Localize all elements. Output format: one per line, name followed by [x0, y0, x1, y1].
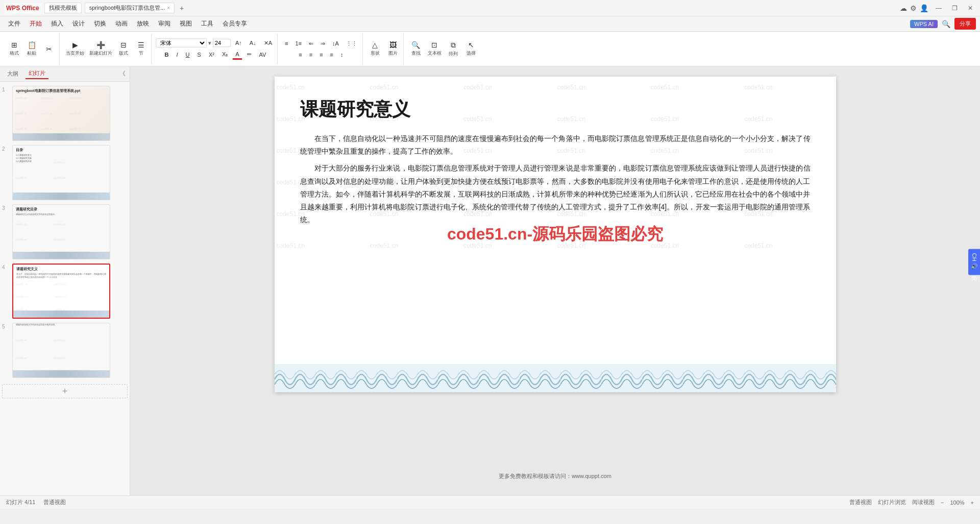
arrange-btn[interactable]: ⧉ 排列 [445, 40, 461, 58]
slide-thumb-3[interactable]: 课题研究目录 课题研究文义内容说明文字内容在这里显示。 code51.cn co… [12, 204, 110, 259]
slide-5-body: 课题内容段落文字内容在这里显示相关说明。 [16, 323, 107, 326]
search-icon[interactable]: 🔍 [942, 20, 950, 28]
line-spacing-btn[interactable]: ↕ [337, 50, 347, 59]
slide-canvas[interactable]: code51.cn code51.cn code51.cn code51.cn … [275, 77, 836, 392]
columns-btn[interactable]: ⋮⋮ [343, 39, 360, 49]
align-center-btn[interactable]: ≡ [306, 50, 315, 59]
sidebar-collapse-btn[interactable]: 《 [119, 69, 126, 78]
textbox-btn[interactable]: ⊡ 文本框 [426, 40, 444, 58]
slide-1-title: springboot电影院订票信息管理系统.ppt [16, 88, 107, 93]
slide-3-body: 课题研究文义内容说明文字内容在这里显示。 [16, 213, 107, 216]
menu-animation[interactable]: 动画 [111, 18, 132, 30]
layout-label: 版式 [119, 50, 128, 57]
text-format-group: 宋体 ▾ A↑ A↓ ✕A B I U S X² X₂ A ✏ AV [154, 34, 278, 64]
underline-btn[interactable]: U [183, 50, 193, 59]
subscript-btn[interactable]: X₂ [219, 50, 231, 59]
list-item[interactable]: 5 课题内容段落文字内容在这里显示相关说明。 code51.cn code51.… [2, 323, 128, 378]
user-icon[interactable]: 👤 [920, 4, 928, 12]
slide-1-wm5: code51.cn [41, 112, 53, 115]
align-right-btn[interactable]: ≡ [316, 50, 326, 59]
minimize-btn[interactable]: — [933, 4, 945, 13]
maximize-btn[interactable]: ❐ [949, 4, 961, 13]
cut-btn[interactable]: ✂ [41, 44, 57, 54]
font-size-input[interactable] [213, 39, 231, 47]
decrease-indent-btn[interactable]: ⇐ [306, 39, 316, 49]
slide-title: 课题研究意义 [300, 97, 811, 122]
zoom-out-btn[interactable]: − [941, 499, 944, 506]
font-color-btn[interactable]: A [232, 50, 242, 60]
menu-review[interactable]: 审阅 [154, 18, 175, 30]
play-btn[interactable]: ▶ 当页开始 [64, 40, 86, 58]
picture-btn[interactable]: 🖼 图片 [385, 40, 401, 58]
font-grow-btn[interactable]: A↑ [232, 38, 245, 47]
cloud-icon[interactable]: ☁ [900, 4, 907, 12]
menu-playback[interactable]: 放映 [133, 18, 153, 30]
shapes-btn[interactable]: △ 形状 [367, 40, 383, 58]
slide-number-2: 2 [2, 145, 9, 152]
template-tab[interactable]: 找模壳模板 [44, 3, 82, 13]
menu-insert[interactable]: 插入 [47, 18, 67, 30]
normal-view-btn[interactable]: 普通视图 [849, 498, 872, 506]
list-item[interactable]: 1 springboot电影院订票信息管理系统.ppt code51.cn co… [2, 86, 128, 141]
increase-indent-btn[interactable]: ⇒ [317, 39, 328, 49]
zoom-in-btn[interactable]: + [971, 499, 974, 506]
slide-content: 课题研究意义 在当下，信息自动化以一种迅速并不可阻挡的速度在慢慢遍布到社会的每一… [275, 77, 836, 392]
bullets-btn[interactable]: ≡ [282, 39, 291, 48]
slide-sorter-btn[interactable]: 幻灯片浏览 [878, 498, 906, 506]
doc-tab-close-icon[interactable]: × [167, 5, 170, 11]
font-size-display: ▾ [208, 40, 211, 46]
italic-btn[interactable]: I [174, 50, 181, 59]
font-shrink-btn[interactable]: A↓ [247, 38, 259, 47]
superscript-btn[interactable]: X² [206, 50, 217, 59]
numbering-btn[interactable]: 1≡ [292, 39, 305, 48]
align-left-btn[interactable]: ≡ [296, 50, 305, 59]
menu-design[interactable]: 设计 [68, 18, 89, 30]
slide-thumb-1[interactable]: springboot电影院订票信息管理系统.ppt code51.cn code… [12, 86, 110, 141]
slide-4-wm4: code51.cn [54, 295, 66, 298]
list-item[interactable]: 2 目录 1.1 课题研究意义1.2 课题研究文献1.3 课题研究内容 code… [2, 145, 128, 200]
list-item[interactable]: 3 课题研究目录 课题研究文义内容说明文字内容在这里显示。 code51.cn … [2, 204, 128, 259]
settings-icon[interactable]: ⚙ [910, 4, 917, 12]
shapes-icon: △ [372, 41, 378, 49]
slide-thumb-2[interactable]: 目录 1.1 课题研究意义1.2 课题研究文献1.3 课题研究内容 code51… [12, 145, 110, 200]
wps-ai-button[interactable]: WPS AI [910, 20, 938, 28]
close-btn[interactable]: ✕ [965, 4, 976, 13]
highlight-btn[interactable]: ✏ [244, 50, 255, 59]
section-btn[interactable]: ☰ 节 [133, 40, 149, 58]
bold-btn[interactable]: B [162, 50, 172, 59]
text-direction-btn[interactable]: ↕A [329, 39, 342, 48]
sidebar-tab-outline[interactable]: 大纲 [4, 69, 21, 79]
menu-transition[interactable]: 切换 [90, 18, 110, 30]
list-item[interactable]: 4 课题研究文义 在当下，信息自动化以一种迅速并不可阻挡的速度在慢慢遍布到社会的… [2, 264, 128, 319]
sidebar-tab-slides[interactable]: 幻灯片 [26, 68, 48, 79]
add-slide-btn[interactable]: + [2, 384, 128, 398]
slide-body: 在当下，信息自动化以一种迅速并不可阻挡的速度在慢慢遍布到社会的每一个角落中，而电… [300, 132, 811, 226]
new-slide-btn[interactable]: ➕ 新建幻灯片 [87, 40, 114, 58]
paste-icon: 📋 [28, 41, 36, 49]
strikethrough-btn[interactable]: S [194, 50, 204, 59]
format-btn[interactable]: ⊞ 格式 [6, 40, 22, 58]
font-name-select[interactable]: 宋体 [156, 38, 207, 47]
wps-logo-icon: WPS Office [4, 4, 41, 13]
justify-btn[interactable]: ≡ [327, 50, 336, 59]
menu-member[interactable]: 会员专享 [218, 18, 251, 30]
char-spacing-btn[interactable]: AV [256, 50, 270, 59]
menu-view[interactable]: 视图 [176, 18, 196, 30]
select-btn[interactable]: ↖ 选择 [463, 40, 479, 58]
ch-input-btn[interactable]: CH 🔊 简 [968, 249, 980, 275]
menu-tools[interactable]: 工具 [197, 18, 217, 30]
slide-1-wm8: code51.cn [41, 127, 53, 130]
find-btn[interactable]: 🔍 查找 [408, 40, 424, 58]
add-tab-btn[interactable]: + [180, 4, 184, 12]
menu-file[interactable]: 文件 [4, 18, 24, 30]
slide-thumb-5[interactable]: 课题内容段落文字内容在这里显示相关说明。 code51.cn code51.cn… [12, 323, 110, 378]
share-button[interactable]: 分享 [954, 18, 976, 30]
doc-tab[interactable]: springboot电影院订票信息管... × [85, 3, 175, 13]
menu-start[interactable]: 开始 [26, 18, 46, 30]
slide-thumb-4[interactable]: 课题研究文义 在当下，信息自动化以一种迅速并不可阻挡的速度在慢慢遍布到社会的每一… [12, 264, 110, 319]
reading-view-btn[interactable]: 阅读视图 [912, 498, 935, 506]
paste-btn[interactable]: 📋 粘贴 [23, 40, 40, 58]
clear-format-btn[interactable]: ✕A [261, 38, 275, 48]
slide-1-wm6: code51.cn [69, 112, 81, 115]
layout-btn[interactable]: ⊟ 版式 [115, 40, 132, 58]
